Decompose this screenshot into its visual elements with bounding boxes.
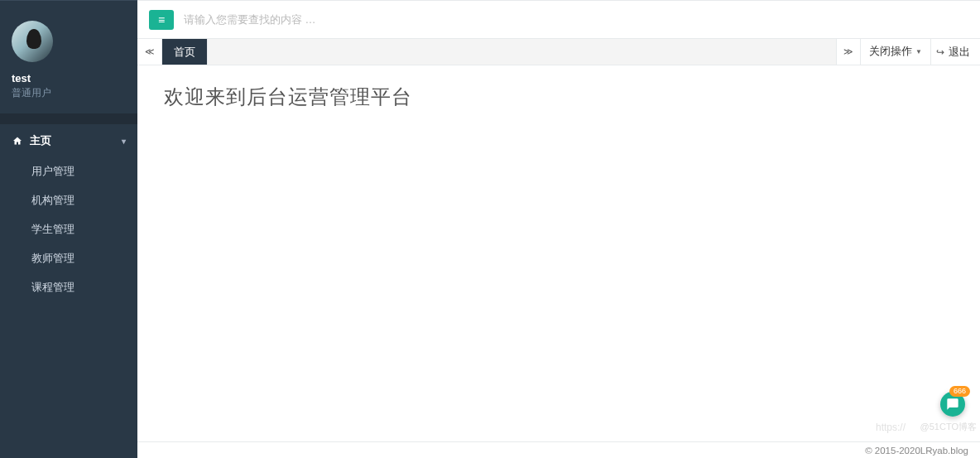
sidebar-item-home[interactable]: 主页 ▾ (0, 124, 137, 157)
logout-label: 退出 (949, 45, 970, 60)
avatar[interactable] (12, 21, 53, 62)
main: ≡ ≪ 首页 ≫ 关闭操作 ▼ ↪ 退出 欢迎来到后台运营管理平台 (137, 0, 980, 458)
tabs-row: ≪ 首页 ≫ 关闭操作 ▼ ↪ 退出 (137, 39, 980, 65)
footer: © 2015-2020 LRyab.blog (137, 441, 980, 458)
sidebar-item-teachers[interactable]: 教师管理 (0, 244, 137, 273)
sidebar-item-students[interactable]: 学生管理 (0, 215, 137, 244)
content-area: 欢迎来到后台运营管理平台 https:// @51CTO博客 666 (137, 65, 980, 441)
tabs-next-button[interactable]: ≫ (836, 39, 861, 65)
caret-down-icon: ▼ (915, 48, 922, 55)
sidebar-divider (0, 113, 137, 124)
search-input[interactable] (184, 13, 399, 26)
tabs-prev-button[interactable]: ≪ (137, 39, 162, 65)
copyright: © 2015-2020 (865, 446, 920, 456)
sidebar-item-orgs[interactable]: 机构管理 (0, 186, 137, 215)
sidebar-submenu: 用户管理 机构管理 学生管理 教师管理 课程管理 (0, 157, 137, 302)
chevron-double-right-icon: ≫ (843, 46, 853, 57)
chat-fab[interactable]: 666 (940, 392, 965, 417)
tab-label: 首页 (174, 45, 195, 60)
logout-button[interactable]: ↪ 退出 (931, 39, 980, 65)
sidebar-item-users[interactable]: 用户管理 (0, 157, 137, 186)
welcome-heading: 欢迎来到后台运营管理平台 (164, 84, 954, 110)
close-operations-dropdown[interactable]: 关闭操作 ▼ (861, 39, 931, 65)
logout-icon: ↪ (936, 46, 944, 58)
close-ops-label: 关闭操作 (869, 45, 912, 59)
sidebar-item-label: 主页 (30, 133, 51, 148)
hamburger-icon: ≡ (158, 14, 165, 26)
toggle-sidebar-button[interactable]: ≡ (149, 10, 174, 30)
username: test (12, 72, 126, 84)
chat-badge: 666 (949, 386, 970, 397)
sidebar: test 普通用户 主页 ▾ 用户管理 机构管理 学生管理 教师管理 课程管理 (0, 0, 137, 458)
chevron-down-icon: ▾ (122, 137, 126, 146)
user-role: 普通用户 (12, 86, 126, 100)
sidebar-item-courses[interactable]: 课程管理 (0, 273, 137, 302)
topbar: ≡ (137, 1, 980, 39)
chat-icon (946, 398, 959, 411)
home-icon (12, 136, 23, 146)
profile-block: test 普通用户 (0, 1, 137, 113)
tab-home[interactable]: 首页 (162, 39, 208, 65)
chevron-double-left-icon: ≪ (145, 46, 155, 57)
watermark-left: https:// (876, 422, 906, 433)
footer-link[interactable]: LRyab.blog (920, 446, 968, 456)
watermark-right: @51CTO博客 (920, 421, 977, 433)
